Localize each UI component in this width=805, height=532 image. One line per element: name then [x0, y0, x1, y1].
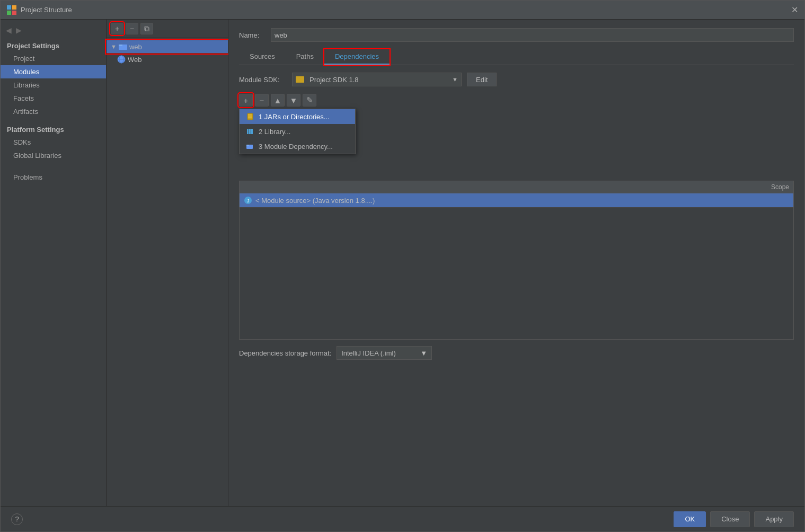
apply-button[interactable]: Apply — [754, 511, 794, 527]
remove-dependency-button[interactable]: − — [255, 94, 269, 107]
sdk-row: Module SDK: Project SDK 1.8 ▼ Edit — [239, 73, 794, 86]
sidebar-item-artifacts[interactable]: Artifacts — [1, 105, 106, 118]
tab-dependencies[interactable]: Dependencies — [324, 49, 390, 65]
dep-row-label: < Module source> (Java version 1.8....) — [255, 197, 726, 205]
dep-table-header: Scope — [240, 181, 793, 193]
help-button[interactable]: ? — [11, 513, 23, 525]
tree-arrow-web: ▼ — [111, 43, 117, 50]
footer: ? OK Close Apply — [1, 506, 804, 531]
svg-rect-10 — [248, 114, 252, 116]
svg-rect-5 — [119, 45, 122, 46]
app-icon — [7, 5, 16, 15]
storage-label: Dependencies storage format: — [239, 349, 331, 357]
sdk-select-text: Project SDK 1.8 — [309, 76, 449, 84]
tree-label-web-sub: Web — [128, 56, 142, 64]
dropdown-library-label: 2 Library... — [259, 128, 290, 136]
add-dependency-dropdown: 1 JARs or Directories... 2 Library... — [239, 109, 356, 154]
dropdown-module-dep-label: 3 Module Dependency... — [259, 143, 333, 150]
sdk-folder-icon — [296, 76, 304, 83]
move-down-button[interactable]: ▼ — [287, 94, 300, 107]
tab-paths[interactable]: Paths — [286, 49, 324, 65]
tree-item-web[interactable]: ▼ web — [107, 40, 228, 53]
jars-icon — [246, 112, 254, 121]
sdk-label: Module SDK: — [239, 76, 287, 84]
tree-item-web-sub[interactable]: Web — [107, 53, 228, 66]
sidebar-item-project[interactable]: Project — [1, 52, 106, 65]
storage-row: Dependencies storage format: IntelliJ ID… — [239, 346, 794, 360]
close-button[interactable]: ✕ — [791, 5, 798, 15]
dep-toolbar: + − ▲ ▼ ✎ — [239, 94, 794, 107]
table-row[interactable]: J < Module source> (Java version 1.8....… — [240, 193, 793, 208]
tab-sources[interactable]: Sources — [239, 49, 286, 65]
dropdown-item-library[interactable]: 2 Library... — [240, 124, 355, 139]
sdk-chevron-icon: ▼ — [452, 76, 458, 83]
sidebar: ◀ ▶ Project Settings Project Modules Lib… — [1, 20, 107, 506]
sdk-edit-button[interactable]: Edit — [467, 73, 497, 86]
add-dependency-button[interactable]: + — [239, 94, 253, 107]
web-icon — [117, 55, 126, 64]
svg-rect-1 — [12, 5, 16, 10]
svg-rect-2 — [7, 11, 11, 15]
tree-label-web: web — [129, 43, 142, 51]
name-label: Name: — [239, 31, 266, 39]
dropdown-item-module-dep[interactable]: 3 Module Dependency... — [240, 139, 355, 154]
dependencies-table: Scope J < Module source> (Java version 1… — [239, 181, 794, 340]
move-up-button[interactable]: ▲ — [271, 94, 285, 107]
storage-select-text: IntelliJ IDEA (.iml) — [341, 349, 416, 357]
dep-header-name — [244, 183, 726, 191]
module-tree-panel: + − ⧉ ▼ web — [107, 20, 228, 506]
module-tree: ▼ web Web — [107, 38, 228, 506]
sidebar-item-libraries[interactable]: Libraries — [1, 78, 106, 92]
name-row: Name: — [239, 28, 794, 42]
tree-toolbar: + − ⧉ — [107, 20, 228, 38]
footer-left: ? — [11, 513, 23, 525]
ok-button[interactable]: OK — [674, 511, 706, 527]
forward-button[interactable]: ▶ — [16, 26, 22, 34]
project-structure-window: Project Structure ✕ ◀ ▶ Project Settings… — [0, 0, 805, 532]
svg-rect-0 — [7, 5, 11, 10]
svg-rect-14 — [249, 129, 251, 134]
svg-text:J: J — [247, 198, 250, 203]
module-dep-icon — [246, 142, 254, 150]
footer-right: OK Close Apply — [674, 511, 794, 527]
tabs-row: Sources Paths Dependencies — [239, 49, 794, 65]
sdk-select[interactable]: Project SDK 1.8 ▼ — [292, 73, 462, 86]
window-title: Project Structure — [21, 6, 72, 14]
svg-rect-17 — [246, 145, 249, 146]
module-folder-icon — [119, 42, 127, 51]
nav-controls: ◀ ▶ — [1, 24, 106, 39]
svg-rect-11 — [248, 116, 252, 117]
svg-rect-12 — [248, 117, 252, 118]
sidebar-item-modules[interactable]: Modules — [1, 65, 106, 78]
name-input[interactable] — [271, 28, 794, 42]
library-icon — [246, 127, 254, 136]
dep-header-scope: Scope — [726, 183, 789, 191]
platform-settings-header: Platform Settings — [1, 122, 106, 136]
add-module-button[interactable]: + — [111, 23, 123, 34]
sidebar-item-facets[interactable]: Facets — [1, 92, 106, 105]
sidebar-item-problems[interactable]: Problems — [1, 171, 106, 184]
svg-rect-15 — [251, 129, 253, 134]
project-settings-header: Project Settings — [1, 39, 106, 52]
svg-rect-3 — [12, 11, 16, 15]
sidebar-item-global-libraries[interactable]: Global Libraries — [1, 149, 106, 162]
edit-dependency-button[interactable]: ✎ — [303, 94, 316, 107]
storage-select[interactable]: IntelliJ IDEA (.iml) ▼ — [337, 346, 432, 360]
svg-rect-13 — [247, 129, 249, 134]
dropdown-jars-label: 1 JARs or Directories... — [259, 113, 330, 121]
back-button[interactable]: ◀ — [6, 26, 12, 34]
close-dialog-button[interactable]: Close — [710, 511, 750, 527]
storage-chevron-icon: ▼ — [420, 349, 427, 357]
main-content: ◀ ▶ Project Settings Project Modules Lib… — [1, 20, 804, 506]
dropdown-item-jars[interactable]: 1 JARs or Directories... — [240, 109, 355, 124]
dep-row-icon: J — [244, 196, 252, 205]
copy-module-button[interactable]: ⧉ — [140, 23, 153, 34]
sidebar-item-sdks[interactable]: SDKs — [1, 136, 106, 149]
title-bar-left: Project Structure — [7, 5, 72, 15]
title-bar: Project Structure ✕ — [1, 1, 804, 20]
main-right-panel: Name: Sources Paths Dependencies Module … — [228, 20, 804, 506]
remove-module-button[interactable]: − — [126, 23, 138, 34]
